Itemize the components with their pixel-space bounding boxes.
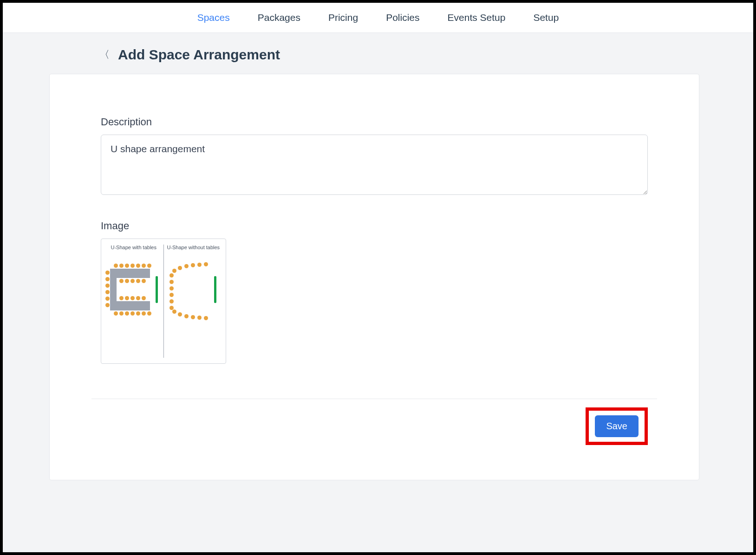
- image-right-caption: U-Shape without tables: [167, 245, 220, 250]
- tab-spaces[interactable]: Spaces: [197, 10, 230, 25]
- diagram-ushape-tables: [108, 259, 159, 320]
- save-button[interactable]: Save: [595, 415, 639, 437]
- description-input[interactable]: [101, 135, 648, 195]
- back-icon[interactable]: 〈: [99, 48, 110, 62]
- form-card: Description Image U-Shape with tables: [49, 74, 699, 480]
- tab-setup[interactable]: Setup: [533, 10, 559, 25]
- save-highlight: Save: [586, 407, 648, 445]
- image-label: Image: [101, 220, 648, 232]
- tab-pricing[interactable]: Pricing: [328, 10, 358, 25]
- page-body: 〈 Add Space Arrangement Description Imag…: [3, 33, 753, 555]
- nav-tabs: Spaces Packages Pricing Policies Events …: [3, 3, 753, 33]
- image-left-caption: U-Shape with tables: [111, 245, 156, 250]
- footer-actions: Save: [101, 399, 648, 466]
- description-label: Description: [101, 116, 648, 128]
- page-header: 〈 Add Space Arrangement: [53, 47, 703, 63]
- image-preview[interactable]: U-Shape with tables: [101, 239, 226, 364]
- tab-policies[interactable]: Policies: [386, 10, 419, 25]
- diagram-ushape-no-tables: [168, 259, 219, 320]
- tab-events-setup[interactable]: Events Setup: [448, 10, 506, 25]
- page-title: Add Space Arrangement: [118, 47, 280, 63]
- image-right-half: U-Shape without tables: [164, 242, 223, 361]
- tab-packages[interactable]: Packages: [258, 10, 300, 25]
- image-left-half: U-Shape with tables: [104, 242, 163, 361]
